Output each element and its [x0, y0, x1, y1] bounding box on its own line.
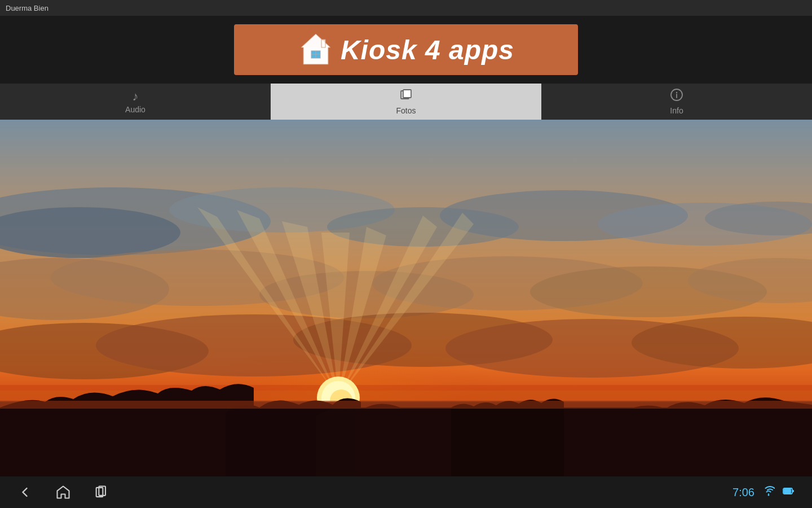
recents-button[interactable]: [94, 484, 109, 500]
back-icon: [17, 484, 33, 500]
nav-left: [17, 484, 109, 500]
tab-audio[interactable]: ♪ Audio: [0, 84, 271, 120]
title-bar: Duerma Bien: [0, 0, 812, 16]
kiosk-logo-icon: [298, 32, 334, 68]
svg-rect-6: [321, 40, 325, 47]
music-note-icon: ♪: [133, 89, 139, 104]
svg-rect-52: [792, 490, 794, 492]
time-display: 7:06: [732, 486, 754, 499]
svg-rect-8: [403, 90, 411, 98]
wifi-icon: [762, 486, 775, 499]
back-button[interactable]: [17, 484, 33, 500]
recents-icon: [94, 484, 109, 500]
tab-audio-label: Audio: [125, 105, 145, 114]
main-content: [0, 120, 812, 476]
nav-right: 7:06: [732, 486, 795, 499]
nav-bar: 7:06: [0, 476, 812, 508]
tab-bar: ♪ Audio Fotos Info: [0, 84, 812, 120]
info-circle-icon: [670, 88, 683, 105]
svg-point-50: [768, 494, 770, 496]
photos-icon: [399, 88, 413, 105]
banner-text: Kiosk 4 apps: [341, 34, 514, 65]
banner: Kiosk 4 apps: [0, 16, 812, 84]
home-icon: [55, 484, 71, 500]
tab-info[interactable]: Info: [541, 84, 812, 120]
tab-fotos-label: Fotos: [396, 106, 416, 115]
app-title: Duerma Bien: [6, 4, 48, 12]
svg-rect-53: [784, 489, 791, 493]
home-button[interactable]: [55, 484, 71, 500]
tab-info-label: Info: [670, 106, 683, 115]
tab-fotos[interactable]: Fotos: [271, 84, 541, 120]
svg-rect-47: [0, 401, 812, 409]
sunset-image: [0, 120, 812, 476]
battery-icon: [783, 486, 795, 499]
banner-inner: Kiosk 4 apps: [234, 24, 578, 75]
